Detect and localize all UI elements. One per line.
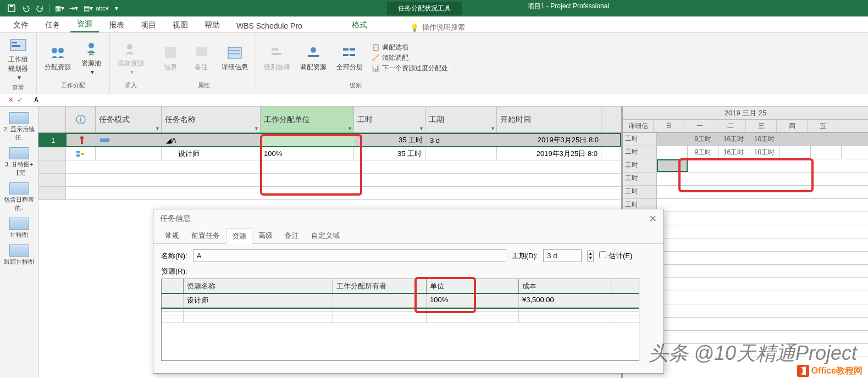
col-assignment-units[interactable]: 工作分配单位▼ [261,107,354,132]
details-button[interactable]: 详细信息 [218,43,251,73]
tab-view[interactable]: 视图 [166,18,195,32]
svg-rect-15 [272,53,281,55]
notes-icon [192,44,210,62]
task-name-cell[interactable]: ◢ A [163,134,262,146]
svg-rect-19 [350,48,355,51]
tab-wbs[interactable]: WBS Schedule Pro [230,19,309,32]
cancel-entry-icon[interactable]: ✕ [8,96,14,104]
tab-report[interactable]: 报表 [102,18,131,32]
svg-rect-9 [165,47,176,58]
level-all-icon [341,44,358,62]
team-planner-icon [9,36,27,54]
alloc-cell[interactable]: 100% [261,147,354,160]
duration-cell[interactable]: 3 d [427,134,498,146]
tell-me-search[interactable]: 💡 操作说明搜索 [410,23,465,32]
next-overallocation-button[interactable]: 📊下一个资源过度分配处 [372,64,448,73]
tab-advanced[interactable]: 高级 [252,228,279,243]
col-task-mode[interactable]: 任务模式▼ [96,107,162,132]
tab-help[interactable]: 帮助 [198,18,226,32]
assign-resources-button[interactable]: 分配资源 [41,43,74,73]
alloc-cell[interactable] [262,134,355,146]
assignment-row[interactable]: 设计师 100% 35 工时 2019年3月25日 8:0 [38,147,621,160]
svg-point-6 [58,48,64,53]
estimated-checkbox[interactable]: 估计(E) [599,251,632,261]
leveling-options-button[interactable]: 📋调配选项 [372,43,448,52]
clear-leveling-button[interactable]: 🧹清除调配 [372,53,448,63]
assignment-icon [66,147,96,160]
tab-general[interactable]: 常规 [159,228,185,243]
col-units[interactable]: 单位 [427,279,519,293]
resource-name-cell[interactable]: 设计师 [184,294,333,307]
start-cell[interactable]: 2019年3月25日 8:0 [498,134,602,146]
close-icon[interactable]: ✕ [649,213,657,225]
tab-file[interactable]: 文件 [7,18,35,32]
col-work[interactable]: 工时▼ [354,107,425,132]
view-item-2[interactable]: 3. 甘特图+【完 [3,147,36,177]
view-item-1[interactable]: 2. 显示后续任. [3,112,36,142]
entry-input[interactable]: A [31,96,868,104]
resource-pool-icon [82,40,100,58]
timescale-tier1: 2019 三月 25 [623,107,868,120]
col-task-name[interactable]: 任务名称▼ [162,107,261,132]
task-mode-cell[interactable] [97,134,163,146]
qat-btn-3[interactable]: ▤▾ [82,2,94,14]
tab-task[interactable]: 任务 [38,18,67,32]
row-number[interactable] [38,147,66,160]
tab-custom-fields[interactable]: 自定义域 [305,228,346,243]
undo-icon[interactable] [20,2,32,14]
qat-btn-4[interactable]: abc▾ [96,2,108,14]
row-number[interactable]: 1 [40,134,67,146]
timephased-row[interactable]: 工时 9工时 16工时 10工时 [623,133,868,146]
level-resource-button[interactable]: 调配资源 [297,43,330,73]
resources-grid[interactable]: 资源名称 工作分配所有者 单位 成本 设计师 100% ¥3,500.00 [161,279,639,361]
tab-notes[interactable]: 备注 [279,228,305,243]
view-icon [9,218,29,230]
owner-cell[interactable] [333,294,427,307]
tab-predecessors[interactable]: 前置任务 [185,228,226,243]
duration-input[interactable] [543,249,582,262]
title-bar: ▦▾ ⇥▾ ▤▾ abc▾ ▾ 任务分配状况工具 项目1 - Project P… [0,0,868,16]
duration-cell[interactable] [425,147,497,160]
task-name-input[interactable] [193,249,506,262]
team-planner-button[interactable]: 工作组 规划器 ▾ [4,35,32,82]
col-indicators[interactable]: ⓘ [66,107,96,132]
svg-rect-27 [81,153,84,155]
mode-cell[interactable] [96,147,162,160]
cost-cell[interactable]: ¥3,500.00 [519,294,611,307]
col-owner[interactable]: 工作分配所有者 [333,279,427,293]
info-icon [162,44,179,62]
col-cost[interactable]: 成本 [519,279,611,293]
tab-resources[interactable]: 资源 [226,229,252,244]
level-all-button[interactable]: 全部分层 [333,43,366,73]
svg-rect-21 [350,54,355,56]
tab-format[interactable]: 格式 [345,18,374,32]
tab-project[interactable]: 项目 [134,18,163,32]
save-icon[interactable] [5,2,18,14]
view-item-5[interactable]: 跟踪甘特图 [3,244,36,266]
information-button: 信息 [157,43,184,73]
name-label: 名称(N): [161,251,187,261]
timephased-row[interactable]: 工时 9工时 16工时 10工时 [623,146,868,159]
resource-pool-button[interactable]: 资源池 ▾ [78,39,105,77]
col-resource-name[interactable]: 资源名称 [184,279,333,293]
redo-icon[interactable] [34,2,46,14]
col-duration[interactable]: 工期▼ [425,107,497,132]
spinner-icon[interactable]: ▲▼ [587,251,594,262]
qat-btn-2[interactable]: ⇥▾ [68,2,80,14]
resource-name-cell[interactable]: 设计师 [162,147,261,160]
accept-entry-icon[interactable]: ✓ [17,96,23,104]
office-logo-icon [797,365,809,377]
work-cell[interactable]: 35 工时 [355,134,427,146]
units-cell[interactable]: 100% [427,294,519,307]
rownum-header[interactable] [38,107,66,132]
start-cell[interactable]: 2019年3月25日 8:0 [497,147,601,160]
view-item-4[interactable]: 甘特图 [3,218,36,239]
qat-btn-1[interactable]: ▦▾ [53,2,65,14]
view-item-3[interactable]: 包含日程表的. [3,182,36,212]
clear-icon: 🧹 [372,54,380,62]
work-cell[interactable]: 35 工时 [354,147,425,160]
col-start[interactable]: 开始时间 [497,107,601,132]
qat-more[interactable]: ▾ [110,2,123,14]
task-row[interactable]: 1 ◢ A 35 工时 3 d 2019年3月25日 8:0 [38,133,621,147]
tab-resource[interactable]: 资源 [70,17,99,32]
